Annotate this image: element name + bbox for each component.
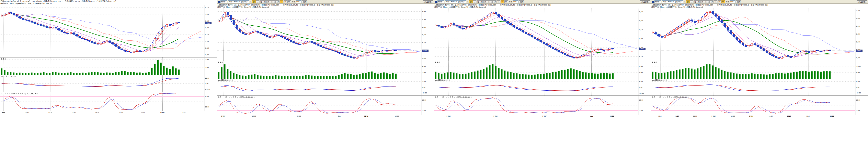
period-button-week[interactable]: 週 [693, 0, 697, 3]
pl-simulation-button[interactable]: 損益試算 [640, 0, 650, 3]
y-tick-label: 80.00 [205, 95, 209, 97]
chart-indicators: 移動平均( Close, 10 ) 移動平均( Close, 75 ) 移動平均… [0, 2, 216, 5]
chart-toolbar: 先物 ▼ 日経225mini ▼ 12/06 ▼ 足 分日週月 13510153… [217, 0, 434, 4]
volume-chart-canvas[interactable] [0, 57, 205, 75]
interval-button-1[interactable]: 1 [267, 0, 270, 3]
period-button-min[interactable]: 分 [469, 0, 473, 3]
chevron-down-icon: ▼ [659, 1, 660, 2]
y-tick-label: 20.00 [639, 110, 643, 112]
period-button-day[interactable]: 日 [256, 0, 259, 3]
volume-section: 4,0002,000 出来高 [217, 61, 434, 79]
interval-button-15[interactable]: 15 [714, 0, 717, 3]
volume-chart-canvas[interactable] [217, 61, 422, 79]
interval-button-15[interactable]: 15 [280, 0, 283, 3]
interval-button-3[interactable]: 3 [704, 0, 707, 3]
symbol-dropdown[interactable]: 日経225mini ▼ [445, 0, 458, 3]
period-button-month[interactable]: 月 [480, 0, 484, 3]
symbol-dropdown[interactable]: 日経225mini ▼ [228, 0, 241, 3]
y-tick-label: 20.00 [856, 110, 860, 112]
macd-chart-canvas[interactable] [217, 79, 422, 95]
apply-button[interactable]: 適用 [302, 0, 307, 3]
interval-button-5[interactable]: 5 [273, 0, 276, 3]
y-tick-label: 20.00 [205, 106, 209, 108]
y-tick-label: -40.00 [639, 92, 644, 94]
chevron-down-icon: ▼ [239, 1, 240, 2]
period-button-day[interactable]: 日 [690, 0, 693, 3]
period-button-week[interactable]: 週 [476, 0, 480, 3]
volume-section: 8,0004,000 出来高 [434, 61, 651, 79]
period-button-week[interactable]: 週 [259, 0, 263, 3]
chart-header: 日経225mini 12/06( 30分足, 2012/04/25 - 2012… [434, 4, 651, 8]
chart-panel: 先物 ▼ 日経225mini ▼ 12/06 ▼ 足 分日週月 13510153… [651, 0, 868, 156]
interval-button-1[interactable]: 1 [484, 0, 487, 3]
y-tick-label: 9,360 [422, 57, 426, 59]
bars-count-input[interactable] [296, 0, 302, 3]
interval-button-group: 13510153060 [267, 0, 291, 3]
interval-button-group: 13510153060 [701, 0, 725, 3]
apply-button[interactable]: 適用 [736, 0, 741, 3]
bar-type-label: 足 [467, 0, 469, 3]
macd-chart-canvas[interactable] [0, 75, 205, 92]
x-tick-label: 20:00 [297, 115, 301, 117]
x-tick-label: 04/27 [787, 115, 791, 117]
bar-type-label: 足 [250, 0, 252, 3]
market-dropdown[interactable]: 先物 ▼ [654, 0, 661, 3]
main-chart-canvas[interactable] [434, 8, 639, 61]
main-chart-canvas[interactable] [217, 8, 422, 61]
main-chart-canvas[interactable] [651, 8, 856, 61]
x-axis: 04/2712:0020:00May05/0212:00 [217, 115, 434, 118]
bars-count-input[interactable] [730, 0, 736, 3]
contract-dropdown[interactable]: 12/06 ▼ [675, 0, 683, 3]
interval-button-10[interactable]: 10 [276, 0, 279, 3]
macd-chart-canvas[interactable] [651, 79, 856, 95]
stoch-label: スロー・ストキャスティクス( 14, 3, 80, 20 ) [652, 96, 689, 99]
market-dropdown[interactable]: 先物 ▼ [220, 0, 227, 3]
period-button-day[interactable]: 日 [473, 0, 476, 3]
market-dropdown[interactable]: 先物 ▼ [437, 0, 444, 3]
interval-button-10[interactable]: 10 [710, 0, 713, 3]
stoch-chart-canvas[interactable] [651, 96, 856, 115]
interval-button-60[interactable]: 60 [504, 0, 508, 3]
stoch-chart-canvas[interactable] [0, 92, 205, 111]
period-button-month[interactable]: 月 [263, 0, 267, 3]
pl-simulation-button[interactable]: 損益試算 [857, 0, 867, 3]
interval-button-30[interactable]: 30 [501, 0, 504, 3]
interval-button-5[interactable]: 5 [707, 0, 710, 3]
interval-button-5[interactable]: 5 [490, 0, 493, 3]
interval-button-30[interactable]: 30 [284, 0, 287, 3]
interval-button-3[interactable]: 3 [270, 0, 273, 3]
x-tick-label: 16:30 [658, 115, 662, 117]
last-price-badge: 9,398 [422, 49, 429, 52]
stoch-chart-canvas[interactable] [217, 96, 422, 115]
x-axis: May10:4012:3014:4018:5020:5022:4005/0201… [0, 111, 217, 114]
interval-button-60[interactable]: 60 [287, 0, 291, 3]
period-button-min[interactable]: 分 [686, 0, 690, 3]
apply-button[interactable]: 適用 [519, 0, 524, 3]
y-tick-label: -25.00 [205, 88, 210, 90]
symbol-dropdown[interactable]: 日経225mini ▼ [662, 0, 675, 3]
symbol-dropdown-value: 日経225mini [662, 0, 673, 3]
interval-button-3[interactable]: 3 [487, 0, 490, 3]
period-button-month[interactable]: 月 [697, 0, 701, 3]
y-tick-label: 4,000 [422, 66, 426, 67]
chart-panel: 先物 ▼ 日経225mini ▼ 12/06 ▼ 足 分日週月 13510153… [217, 0, 434, 156]
contract-dropdown[interactable]: 12/06 ▼ [458, 0, 466, 3]
interval-button-1[interactable]: 1 [701, 0, 704, 3]
interval-button-15[interactable]: 15 [497, 0, 500, 3]
interval-button-60[interactable]: 60 [721, 0, 725, 3]
volume-chart-canvas[interactable] [434, 61, 639, 79]
bars-count-input[interactable] [513, 0, 519, 3]
main-chart-canvas[interactable] [0, 5, 205, 57]
chart-title: 日経225mini 12/06( 60分足, 2012/04/23 - 2012… [651, 4, 867, 6]
interval-button-30[interactable]: 30 [718, 0, 721, 3]
bars-count-label: 本数 [509, 0, 513, 3]
volume-chart-canvas[interactable] [651, 61, 856, 79]
pl-simulation-button[interactable]: 損益試算 [423, 0, 433, 3]
macd-chart-canvas[interactable] [434, 79, 639, 95]
stoch-chart-canvas[interactable] [434, 96, 639, 115]
period-button-min[interactable]: 分 [252, 0, 256, 3]
chart-title: 日経225mini 12/06( 15分足, 2012/04/27 - 2012… [217, 4, 433, 6]
last-price-badge: 9,445 [856, 49, 863, 52]
contract-dropdown[interactable]: 12/06 ▼ [241, 0, 249, 3]
interval-button-10[interactable]: 10 [493, 0, 496, 3]
